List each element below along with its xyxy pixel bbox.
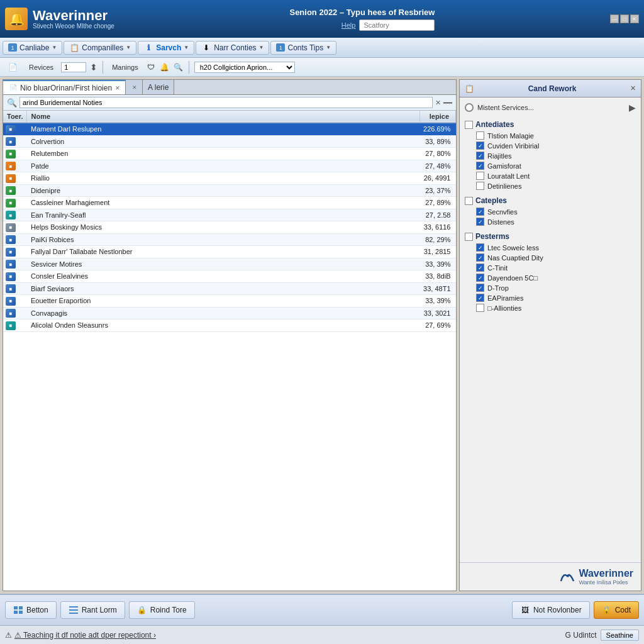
tab-main-close[interactable]: ✕ [115,85,120,91]
revices-stepper[interactable]: ⬍ [90,62,97,72]
filter-item[interactable]: ✓ EAPiramies [476,294,636,302]
tab-x-icon[interactable]: ✕ [132,84,137,91]
table-row[interactable]: ■ Mament Darl Reslupen 226.69% [3,123,456,135]
filter-section-cateples: Cateples ✓ Secnvfies ✓ Distenes [465,196,636,226]
table-row[interactable]: ■ Patde 27, 48% [3,160,456,172]
filter-item[interactable]: Detinlienes [476,182,636,190]
canliabe-label: Canliabe [19,43,49,52]
filter-item[interactable]: Tlstion Malagie [476,131,636,140]
menu-item-sarvch[interactable]: ℹ Sarvch ▼ [138,41,194,55]
codt-button[interactable]: 🔒 Codt [594,601,639,619]
filter-checkbox[interactable] [476,304,484,312]
table-row[interactable]: ■ Colrvertion 33, 89% [3,135,456,148]
row-icon: ■ [6,223,16,232]
filter-item[interactable]: ✓ Secnvfies [476,208,636,216]
table-row[interactable]: ■ Riallio 26, 4991 [3,172,456,185]
close-button[interactable]: ✕ [630,14,639,23]
data-table-container[interactable]: Toer. Nome lepice ■ Mament Darl Reslupen… [3,111,456,591]
cell-value: 33, 39% [419,258,455,270]
filter-item[interactable]: ✓ D-Trop [476,284,636,292]
status-right-button[interactable]: Seathine [601,630,639,641]
table-row[interactable]: ■ Cassleiner Marhagiement 27, 89% [3,197,456,209]
not-rovlonber-button[interactable]: 🖼 Not Rovlonber [512,601,590,619]
list-search-input[interactable] [19,97,433,108]
filter-checkbox[interactable] [476,172,484,180]
menu-item-companilles[interactable]: 📋 Companilles ▼ [64,41,136,55]
filter-checkbox[interactable]: ✓ [476,284,484,292]
service-nav-arrow[interactable]: ▶ [629,103,636,113]
row-icon: ■ [6,211,16,219]
data-table: Toer. Nome lepice ■ Mament Darl Reslupen… [3,111,456,332]
tab-main[interactable]: 📄 Nio bluarOrinan/First hioien ✕ [3,80,126,94]
filter-checkbox[interactable]: ✓ [476,208,484,216]
filter-checkbox[interactable]: ✓ [476,274,484,282]
menu-item-conts-tips[interactable]: 1 Conts Tips ▼ [270,41,336,55]
rant-lorm-button[interactable]: Rant Lorm [60,601,125,619]
collection-dropdown[interactable]: h20 Collgiction Aprion... [194,62,295,73]
table-row[interactable]: ■ Relutemben 27, 80% [3,148,456,160]
filter-checkbox[interactable] [476,131,484,140]
table-row[interactable]: ■ Sesvicer Motires 33, 39% [3,258,456,270]
filter-checkbox[interactable]: ✓ [476,294,484,302]
menu-item-canliabe[interactable]: 1 Canliabe ▼ [3,41,62,55]
table-row[interactable]: ■ Alicolal Onden Sleasunrs 27, 69% [3,319,456,332]
cell-value: 33, 39% [419,295,455,308]
filter-checkbox[interactable]: ✓ [476,162,484,170]
filter-checkbox[interactable] [476,182,484,190]
filter-item[interactable]: ✓ C-Tinit [476,264,636,272]
header-search-input[interactable] [359,19,435,31]
table-row[interactable]: ■ Fallyal Darr' Tallabate Nestlonber 31,… [3,246,456,258]
filter-checkbox[interactable]: ✓ [476,142,484,150]
pesterms-checkbox[interactable] [465,233,473,241]
filter-checkbox[interactable]: ✓ [476,243,484,252]
tab-2[interactable]: A lerie [143,80,174,94]
antediates-label: Antediates [475,120,514,129]
betton-button[interactable]: Betton [5,601,57,619]
help-link[interactable]: Help [341,21,356,29]
cell-value: 23, 37% [419,184,455,197]
maximize-button[interactable]: □ [620,14,629,23]
filter-checkbox[interactable]: ✓ [476,218,484,226]
cell-value: 27, 80% [419,148,455,160]
table-row[interactable]: ■ Didenipre 23, 37% [3,184,456,197]
filter-label: Ltec Soweic less [487,244,539,252]
revices-input[interactable] [61,62,86,72]
filter-item[interactable]: ✓ Distenes [476,218,636,226]
filter-checkbox[interactable]: ✓ [476,264,484,272]
search-clear-icon[interactable]: ✕ [435,99,441,107]
filter-item[interactable]: □-Allionties [476,304,636,312]
table-row[interactable]: ■ Consler Elealvines 33, 8diB [3,270,456,283]
right-panel-close-button[interactable]: ✕ [630,84,636,92]
toolbar-page-icon: 📄 [4,61,21,74]
table-row[interactable]: ■ Biarf Seviaors 33, 48T1 [3,282,456,295]
table-row[interactable]: ■ Helps Boskingy Mosics 33, 6116 [3,221,456,234]
search-expand-icon[interactable]: — [443,97,452,108]
cateples-checkbox[interactable] [465,197,473,205]
cell-icon: ■ [3,246,27,258]
table-row[interactable]: ■ Convapagis 33, 3021 [3,307,456,319]
filter-item[interactable]: ✓ Dayendoen 5C□ [476,274,636,282]
table-row[interactable]: ■ Eouetter Eraportion 33, 39% [3,295,456,308]
menu-item-narr-conties[interactable]: ⬇ Narr Conties ▼ [196,41,269,55]
filter-label: Distenes [487,218,514,226]
roind-tore-button[interactable]: 🔒 Roind Tore [129,601,195,619]
filter-checkbox[interactable]: ✓ [476,253,484,262]
service-radio[interactable] [465,103,474,112]
minimize-button[interactable]: — [610,14,619,23]
filter-item[interactable]: Louratalt Lent [476,172,636,180]
filter-item[interactable]: ✓ Nas Cuaptied Dity [476,253,636,262]
warning-text[interactable]: ⚠ Teaching it df notie adt dper repectio… [14,631,156,640]
filter-item[interactable]: ✓ Gamisforat [476,162,636,170]
filter-item[interactable]: ✓ Riajitles [476,152,636,160]
brand-logo-sub: Wante Inilisa Pixles [579,579,633,586]
filter-item[interactable]: ✓ Ltec Soweic less [476,243,636,252]
tab-main-icon: 📄 [8,83,18,93]
cell-name: Colrvertion [27,135,419,148]
table-row[interactable]: ■ PaiKi Robices 82, 29% [3,233,456,246]
filter-item[interactable]: ✓ Cuviden Viribirial [476,142,636,150]
table-row[interactable]: ■ Ean Tranilry-Seafl 27, 2.58 [3,209,456,221]
tab-close2[interactable]: ✕ [126,80,143,94]
row-icon: ■ [6,284,16,293]
filter-checkbox[interactable]: ✓ [476,152,484,160]
antediates-checkbox[interactable] [465,121,473,129]
